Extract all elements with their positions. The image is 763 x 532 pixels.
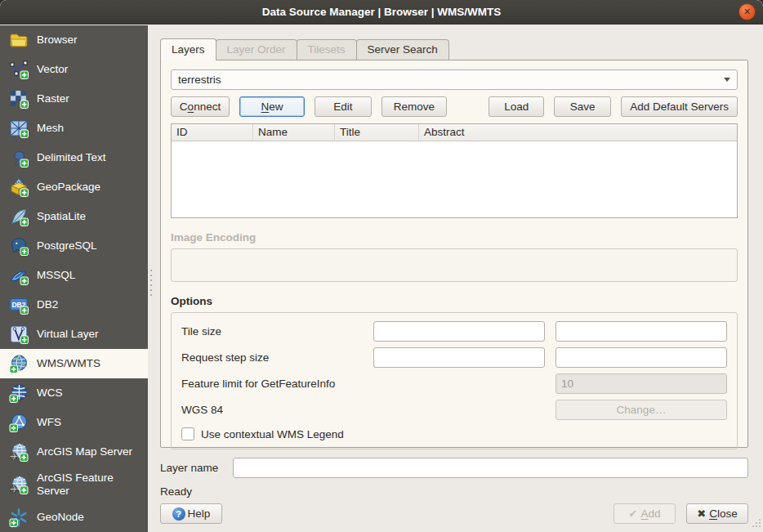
comma-icon bbox=[9, 148, 29, 168]
layer-list-table: ID Name Title Abstract bbox=[171, 123, 738, 218]
sidebar-item-browser[interactable]: Browser bbox=[0, 25, 148, 55]
sidebar-item-geopackage[interactable]: GeoPackage bbox=[0, 172, 148, 202]
contextual-legend-label: Use contextual WMS Legend bbox=[201, 428, 344, 440]
sidebar-item-db2[interactable]: DB2 DB2 bbox=[0, 290, 148, 320]
main-panel: Layers Layer Order Tilesets Server Searc… bbox=[148, 25, 763, 532]
sidebar-item-delimited-text[interactable]: Delimited Text bbox=[0, 143, 148, 172]
chevron-down-icon bbox=[724, 78, 730, 82]
dialog-footer: ? Help ✔ Add ✖ Close bbox=[160, 503, 748, 524]
sidebar-item-mssql[interactable]: MSSQL bbox=[0, 261, 148, 290]
sidebar-item-mesh[interactable]: Mesh bbox=[0, 114, 148, 143]
layer-name-row: Layer name bbox=[160, 458, 748, 478]
status-text: Ready bbox=[160, 485, 748, 498]
sidebar-item-wfs[interactable]: WFS bbox=[0, 408, 148, 437]
folder-icon bbox=[9, 30, 29, 50]
elephant-icon bbox=[9, 236, 29, 256]
tile-size-height-input[interactable] bbox=[556, 321, 727, 342]
sidebar-item-raster[interactable]: Raster bbox=[0, 84, 148, 114]
window-close-button[interactable]: ✕ bbox=[738, 3, 756, 20]
wfs-globe-icon bbox=[9, 413, 29, 432]
sidebar-item-arcgis-feature-server[interactable]: ArcGIS Feature Server bbox=[0, 467, 148, 503]
layer-name-label: Layer name bbox=[160, 462, 225, 474]
virtual-layer-icon bbox=[9, 324, 29, 344]
feather-icon bbox=[9, 207, 29, 226]
request-step-height-input[interactable] bbox=[556, 347, 727, 368]
tab-server-search[interactable]: Server Search bbox=[356, 39, 449, 60]
close-button[interactable]: ✖ Close bbox=[686, 503, 748, 524]
arcgis-globe-icon bbox=[9, 475, 29, 494]
wms-globe-icon bbox=[9, 354, 29, 373]
mesh-icon bbox=[9, 118, 29, 138]
crs-label: WGS 84 bbox=[181, 404, 545, 416]
sidebar-item-vector[interactable]: Vector bbox=[0, 55, 148, 84]
sail-icon bbox=[9, 266, 29, 285]
connection-buttons: Connect New Edit Remove Load Save Add De… bbox=[171, 96, 738, 117]
arcgis-globe-icon bbox=[9, 442, 29, 462]
titlebar: Data Source Manager | Browser | WMS/WMTS… bbox=[0, 0, 763, 25]
feature-limit-input[interactable] bbox=[556, 373, 727, 394]
raster-icon bbox=[9, 89, 29, 109]
sidebar-item-wcs[interactable]: WCS bbox=[0, 378, 148, 408]
wms-tabbar: Layers Layer Order Tilesets Server Searc… bbox=[160, 38, 748, 60]
sidebar-item-postgresql[interactable]: PostgreSQL bbox=[0, 231, 148, 261]
wcs-globe-icon bbox=[9, 383, 29, 403]
request-step-width-input[interactable] bbox=[373, 347, 545, 368]
options-group: Tile size Request step size Feature limi… bbox=[171, 312, 738, 449]
server-connection-select[interactable]: terrestris bbox=[171, 69, 738, 90]
checkmark-icon: ✔ bbox=[629, 507, 638, 520]
tab-layers[interactable]: Layers bbox=[160, 38, 216, 60]
window-title: Data Source Manager | Browser | WMS/WMTS bbox=[262, 6, 502, 18]
sidebar-item-arcgis-map-server[interactable]: ArcGIS Map Server bbox=[0, 437, 148, 467]
load-button[interactable]: Load bbox=[489, 96, 544, 117]
column-header-abstract[interactable]: Abstract bbox=[419, 124, 737, 141]
sidebar-item-geonode[interactable]: GeoNode bbox=[0, 503, 148, 532]
db2-icon: DB2 bbox=[9, 295, 29, 315]
vector-icon bbox=[9, 60, 29, 79]
tab-layer-order[interactable]: Layer Order bbox=[216, 39, 297, 60]
tab-tilesets[interactable]: Tilesets bbox=[297, 39, 357, 60]
layer-name-input[interactable] bbox=[233, 458, 748, 478]
edit-button[interactable]: Edit bbox=[315, 96, 372, 117]
close-icon: ✕ bbox=[743, 7, 751, 17]
add-button[interactable]: ✔ Add bbox=[614, 503, 676, 524]
column-header-name[interactable]: Name bbox=[253, 124, 335, 141]
layer-list-header: ID Name Title Abstract bbox=[172, 124, 737, 141]
layers-tab-panel: terrestris Connect New Edit Remove Load … bbox=[160, 60, 748, 448]
remove-button[interactable]: Remove bbox=[382, 96, 447, 117]
request-step-size-label: Request step size bbox=[181, 351, 363, 364]
help-button[interactable]: ? Help bbox=[160, 503, 222, 524]
new-button[interactable]: New bbox=[239, 96, 305, 117]
feature-limit-label: Feature limit for GetFeatureInfo bbox=[181, 378, 545, 390]
sidebar-item-spatialite[interactable]: SpatiaLite bbox=[0, 202, 148, 231]
close-x-icon: ✖ bbox=[697, 507, 706, 520]
options-title: Options bbox=[171, 295, 738, 307]
contextual-legend-checkbox-row[interactable]: Use contextual WMS Legend bbox=[181, 427, 727, 440]
sidebar-item-virtual-layer[interactable]: Virtual Layer bbox=[0, 320, 148, 349]
image-encoding-group bbox=[171, 248, 738, 282]
save-button[interactable]: Save bbox=[554, 96, 611, 117]
column-header-title[interactable]: Title bbox=[335, 124, 419, 141]
window-resize-grip[interactable] bbox=[752, 518, 761, 530]
source-type-sidebar: Browser Vector Raster Mesh Delimited Tex… bbox=[0, 25, 148, 532]
geonode-icon bbox=[9, 507, 29, 527]
data-source-manager-dialog: Data Source Manager | Browser | WMS/WMTS… bbox=[0, 0, 763, 532]
tile-size-width-input[interactable] bbox=[373, 321, 545, 342]
help-question-icon: ? bbox=[172, 507, 185, 521]
connect-button[interactable]: Connect bbox=[171, 96, 230, 117]
add-default-servers-button[interactable]: Add Default Servers bbox=[621, 96, 738, 117]
geopackage-icon bbox=[9, 177, 29, 197]
server-connection-value: terrestris bbox=[178, 74, 724, 86]
contextual-legend-checkbox[interactable] bbox=[181, 427, 194, 440]
sidebar-item-wms-wmts[interactable]: WMS/WMTS bbox=[0, 349, 148, 378]
column-header-id[interactable]: ID bbox=[172, 124, 253, 141]
layer-list-body[interactable] bbox=[172, 141, 737, 217]
crs-change-button[interactable]: Change… bbox=[556, 400, 727, 420]
tile-size-label: Tile size bbox=[181, 325, 363, 338]
image-encoding-title: Image Encoding bbox=[171, 231, 738, 244]
